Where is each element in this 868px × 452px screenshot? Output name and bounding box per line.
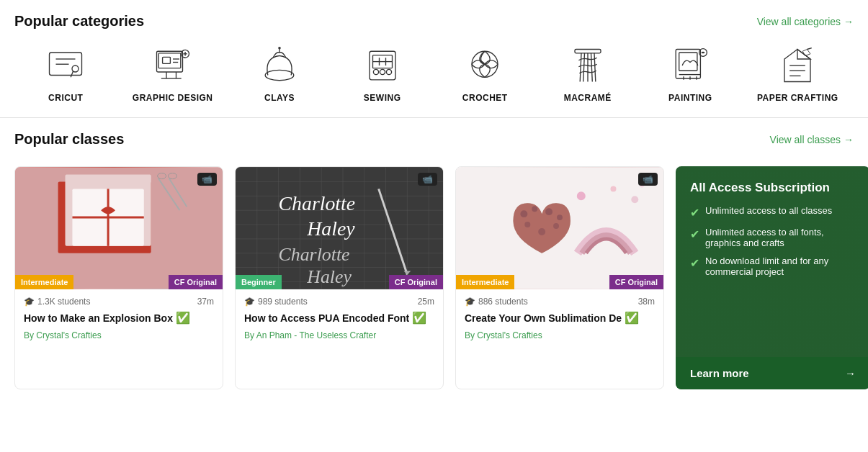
card-body-1: 🎓 1.3K students 37m How to Make an Explo…	[15, 289, 223, 349]
clays-label: CLAYS	[264, 93, 295, 103]
card-meta-2: 🎓 989 students 25m	[244, 297, 434, 307]
svg-line-4	[71, 71, 73, 77]
verified-icon-2: ✅	[412, 311, 426, 325]
all-access-card: All Access Subscription ✔ Unlimited acce…	[676, 166, 868, 389]
popular-categories-header: Popular categories View all categories →	[0, 0, 868, 37]
class-card-explosion-box[interactable]: 📹 Intermediate CF Original 🎓 1.3K studen…	[14, 166, 223, 389]
painting-label: PAINTING	[668, 93, 712, 103]
svg-rect-35	[679, 53, 697, 71]
svg-line-32	[591, 53, 592, 82]
video-badge-3: 📹	[638, 173, 658, 186]
category-item-crochet[interactable]: CROCHET	[449, 44, 521, 103]
level-badge-1: Intermediate	[15, 275, 73, 289]
feature-check-1: ✔	[690, 206, 699, 220]
crochet-label: CROCHET	[462, 93, 508, 103]
original-badge-1: CF Original	[169, 275, 223, 289]
badges-row-2: Beginner CF Original	[236, 275, 443, 289]
svg-point-18	[278, 47, 281, 50]
classes-container: 📹 Intermediate CF Original 🎓 1.3K studen…	[0, 155, 868, 404]
graphic-design-label: GRAPHIC DESIGN	[133, 93, 213, 103]
card-title-2: How to Access PUA Encoded Font ✅	[244, 311, 434, 325]
verified-icon-1: ✅	[176, 311, 190, 325]
duration-3: 38m	[638, 297, 655, 307]
arrow-icon: →	[845, 367, 856, 379]
svg-point-23	[386, 69, 391, 74]
badges-row-1: Intermediate CF Original	[15, 275, 223, 289]
crochet-icon	[463, 44, 506, 87]
popular-classes-header: Popular classes View all classes →	[0, 118, 868, 155]
category-item-cricut[interactable]: CRICUT	[30, 44, 102, 103]
svg-text:Charlotte: Charlotte	[279, 192, 356, 214]
duration-1: 37m	[197, 297, 214, 307]
badges-row-3: Intermediate CF Original	[456, 275, 663, 289]
verified-icon-3: ✅	[625, 311, 639, 325]
all-access-title: All Access Subscription	[690, 181, 856, 195]
card-author-1: By Crystal's Crafties	[24, 330, 214, 340]
category-item-sewing[interactable]: SEWING	[346, 44, 419, 103]
card-meta-1: 🎓 1.3K students 37m	[24, 297, 214, 307]
graphic-design-icon	[151, 44, 194, 87]
card-title-1: How to Make an Explosion Box ✅	[24, 311, 214, 325]
card-title-3: Create Your Own Sublimation De ✅	[465, 311, 655, 325]
all-access-content: All Access Subscription ✔ Unlimited acce…	[690, 181, 856, 284]
category-item-graphic-design[interactable]: GRAPHIC DESIGN	[133, 44, 213, 103]
svg-line-46	[807, 48, 812, 50]
original-badge-2: CF Original	[389, 275, 443, 289]
view-all-classes-link[interactable]: View all classes →	[770, 134, 854, 145]
class-card-pua[interactable]: Charlotte Haley Charlotte Haley 📹 Beginn…	[235, 166, 444, 389]
svg-point-89	[577, 191, 586, 200]
card-image-explosion: 📹 Intermediate CF Original	[15, 167, 223, 289]
duration-2: 25m	[418, 297, 434, 307]
level-badge-2: Beginner	[236, 275, 282, 289]
paper-crafting-label: PAPER CRAFTING	[757, 93, 838, 103]
all-access-feature-1: ✔ Unlimited access to all classes	[690, 205, 856, 220]
clays-icon	[258, 44, 301, 87]
categories-title: Popular categories	[14, 13, 144, 30]
svg-line-29	[580, 53, 581, 82]
card-author-3: By Crystal's Crafties	[465, 330, 655, 340]
svg-line-33	[594, 53, 596, 82]
card-body-2: 🎓 989 students 25m How to Access PUA Enc…	[236, 289, 443, 349]
paper-crafting-icon	[776, 44, 819, 87]
level-badge-3: Intermediate	[456, 275, 514, 289]
video-badge-2: 📹	[418, 173, 437, 186]
view-all-categories-link[interactable]: View all categories →	[757, 16, 854, 27]
classes-title: Popular classes	[14, 131, 124, 148]
svg-point-16	[265, 70, 294, 80]
sewing-label: SEWING	[364, 93, 401, 103]
svg-rect-28	[575, 50, 601, 53]
video-badge-1: 📹	[197, 173, 217, 186]
card-meta-3: 🎓 886 students 38m	[465, 297, 655, 307]
all-access-feature-3: ✔ No download limit and for any commerci…	[690, 256, 856, 277]
painting-icon	[668, 44, 712, 87]
category-item-painting[interactable]: PAINTING	[654, 44, 726, 103]
svg-point-22	[380, 69, 385, 74]
students-3: 🎓 886 students	[465, 297, 528, 307]
svg-rect-10	[162, 57, 170, 63]
category-item-clays[interactable]: CLAYS	[243, 44, 316, 103]
card-body-3: 🎓 886 students 38m Create Your Own Subli…	[456, 289, 663, 349]
card-image-sublimation: 📹 Intermediate CF Original	[456, 167, 663, 289]
students-2: 🎓 989 students	[244, 297, 308, 307]
feature-check-3: ✔	[690, 256, 699, 270]
card-author-2: By An Pham - The Useless Crafter	[244, 330, 434, 340]
categories-grid: CRICUT GRAPHIC DESIGN	[0, 37, 868, 117]
original-badge-3: CF Original	[609, 275, 663, 289]
all-access-feature-2: ✔ Unlimited access to all fonts, graphic…	[690, 227, 856, 248]
cricut-icon	[44, 44, 87, 87]
macrame-icon	[566, 44, 609, 87]
svg-rect-6	[158, 53, 181, 68]
category-item-paper-crafting[interactable]: PAPER CRAFTING	[757, 44, 838, 103]
learn-more-button[interactable]: Learn more →	[676, 357, 868, 389]
card-image-pua: Charlotte Haley Charlotte Haley 📹 Beginn…	[236, 167, 443, 289]
svg-point-21	[373, 69, 378, 74]
cricut-label: CRICUT	[48, 93, 83, 103]
svg-line-30	[583, 53, 584, 82]
sewing-icon	[361, 44, 404, 87]
class-card-sublimation[interactable]: 📹 Intermediate CF Original 🎓 886 student…	[455, 166, 664, 389]
svg-rect-5	[156, 51, 182, 72]
svg-point-90	[611, 186, 617, 191]
svg-point-91	[631, 196, 638, 203]
category-item-macrame[interactable]: MACRAMÉ	[552, 44, 624, 103]
svg-text:Haley: Haley	[306, 217, 355, 240]
